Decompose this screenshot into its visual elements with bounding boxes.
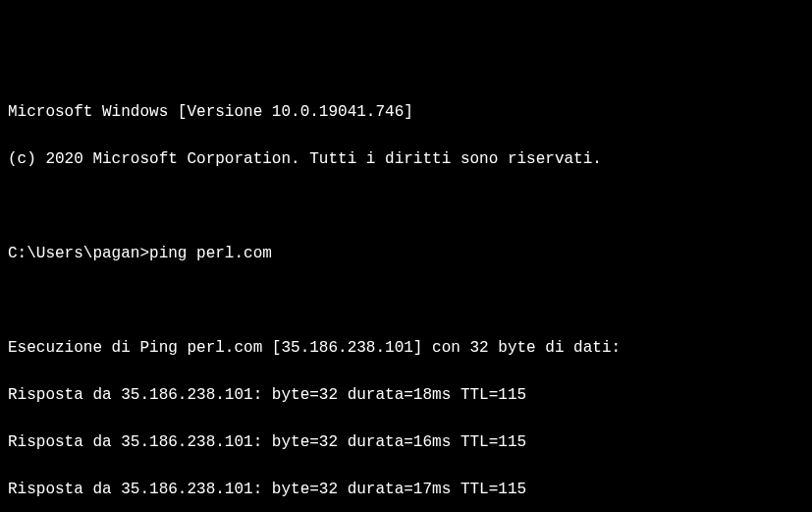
ping-reply: Risposta da 35.186.238.101: byte=32 dura… [8,383,804,407]
os-version-line: Microsoft Windows [Versione 10.0.19041.7… [8,100,804,124]
command-line-1: C:\Users\pagan>ping perl.com [8,242,804,265]
blank-line [8,195,804,218]
blank-line [8,289,804,313]
prompt: C:\Users\pagan> [8,242,149,265]
ping-header: Esecuzione di Ping perl.com [35.186.238.… [8,336,804,360]
copyright-line: (c) 2020 Microsoft Corporation. Tutti i … [8,147,804,171]
command-text: ping perl.com [149,242,272,265]
ping-reply: Risposta da 35.186.238.101: byte=32 dura… [8,430,804,454]
ping-reply: Risposta da 35.186.238.101: byte=32 dura… [8,478,804,501]
